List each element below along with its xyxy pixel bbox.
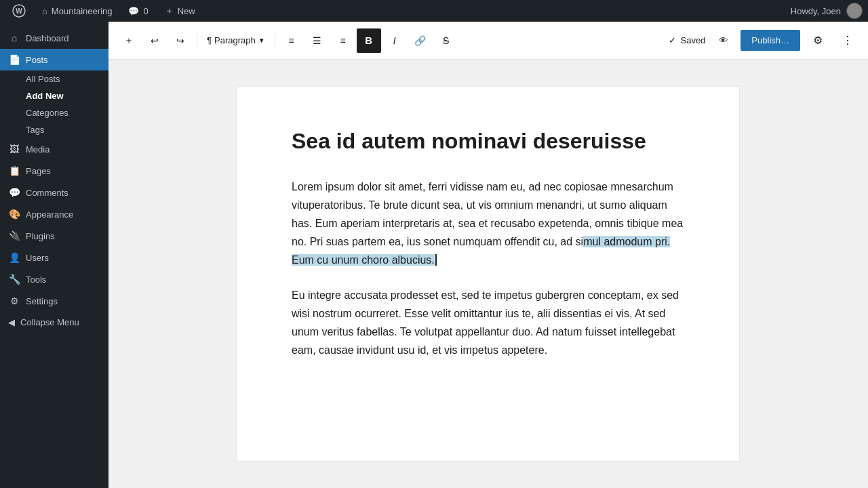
- sidebar-item-label: Pages: [26, 166, 51, 176]
- align-right-icon: ≡: [340, 35, 346, 46]
- settings-icon: ⚙: [8, 296, 20, 306]
- undo-icon: ↩: [151, 35, 159, 46]
- align-center-button[interactable]: ☰: [305, 28, 330, 53]
- highlighted-text: mul admodum pri. Eum cu unum choro albuc…: [292, 236, 670, 266]
- comments-icon: 💬: [8, 187, 20, 198]
- preview-button[interactable]: 👁: [711, 28, 735, 53]
- strikethrough-button[interactable]: S: [434, 28, 458, 53]
- editor-content-area[interactable]: Sea id autem nominavi deseruisse Lorem i…: [108, 60, 868, 488]
- new-content-button[interactable]: ＋ New: [158, 0, 202, 22]
- sidebar-item-label: Appearance: [26, 209, 73, 220]
- plus-icon: ＋: [124, 35, 134, 47]
- site-name-button[interactable]: ⌂ Mountaineering: [35, 0, 119, 22]
- sidebar-item-tools[interactable]: 🔧 Tools: [0, 268, 108, 290]
- post-paragraph-2[interactable]: Eu integre accusata prodesset est, sed t…: [292, 286, 685, 360]
- tools-icon: 🔧: [8, 274, 20, 285]
- comment-icon: 💬: [128, 6, 139, 16]
- collapse-label: Collapse Menu: [20, 317, 79, 327]
- editor-canvas[interactable]: Sea id autem nominavi deseruisse Lorem i…: [237, 87, 739, 461]
- sidebar-item-posts[interactable]: 📄 Posts: [0, 49, 108, 70]
- sidebar-subitem-categories[interactable]: Categories: [0, 104, 108, 121]
- sidebar-item-label: Users: [26, 253, 49, 263]
- redo-icon: ↪: [176, 35, 184, 46]
- more-options-button[interactable]: ⋮: [835, 28, 860, 53]
- align-left-button[interactable]: ≡: [279, 28, 304, 53]
- sidebar-subitem-add-new[interactable]: Add New: [0, 87, 108, 104]
- link-icon: 🔗: [414, 35, 426, 46]
- site-name: Mountaineering: [52, 6, 113, 16]
- admin-sidebar: ⌂ Dashboard 📄 Posts All Posts Add New Ca…: [0, 22, 108, 488]
- collapse-icon: ◀: [8, 317, 15, 327]
- post-paragraph-1[interactable]: Lorem ipsum dolor sit amet, ferri vidiss…: [292, 178, 685, 270]
- sidebar-item-label: Comments: [26, 188, 68, 198]
- settings-gear-icon: ⚙: [813, 34, 823, 47]
- sidebar-subitem-all-posts[interactable]: All Posts: [0, 70, 108, 87]
- undo-button[interactable]: ↩: [142, 28, 167, 53]
- plus-icon: ＋: [165, 5, 174, 17]
- paragraph-style-button[interactable]: ¶ Paragraph ▼: [201, 28, 271, 53]
- italic-icon: I: [393, 35, 396, 46]
- users-icon: 👤: [8, 252, 20, 263]
- toolbar-separator-2: [275, 33, 275, 49]
- sidebar-item-appearance[interactable]: 🎨 Appearance: [0, 203, 108, 225]
- sidebar-item-plugins[interactable]: 🔌 Plugins: [0, 225, 108, 247]
- wp-logo-button[interactable]: W: [5, 0, 33, 22]
- save-status: ✓ Saved: [669, 35, 705, 45]
- wp-logo-icon: W: [12, 4, 26, 18]
- avatar[interactable]: [846, 3, 863, 19]
- sidebar-item-label: Media: [26, 144, 50, 155]
- saved-label: Saved: [680, 35, 705, 45]
- dashboard-icon: ⌂: [8, 33, 20, 43]
- sidebar-item-label: Tools: [26, 274, 46, 285]
- cursor: [435, 254, 437, 266]
- align-left-icon: ≡: [289, 35, 294, 46]
- ellipsis-icon: ⋮: [842, 34, 853, 47]
- sidebar-item-pages[interactable]: 📋 Pages: [0, 160, 108, 182]
- svg-text:W: W: [16, 7, 22, 15]
- check-icon: ✓: [669, 35, 676, 45]
- publish-button[interactable]: Publish…: [741, 30, 800, 51]
- sidebar-item-media[interactable]: 🖼 Media: [0, 138, 108, 160]
- collapse-menu-button[interactable]: ◀ Collapse Menu: [0, 312, 108, 333]
- sidebar-item-users[interactable]: 👤 Users: [0, 247, 108, 268]
- admin-bar: W ⌂ Mountaineering 💬 0 ＋ New Howdy, Joen: [0, 0, 868, 22]
- redo-button[interactable]: ↪: [168, 28, 193, 53]
- paragraph-icon: ¶: [207, 35, 212, 45]
- link-button[interactable]: 🔗: [408, 28, 433, 53]
- document-settings-button[interactable]: ⚙: [806, 28, 830, 53]
- sidebar-item-comments[interactable]: 💬 Comments: [0, 182, 108, 203]
- align-center-icon: ☰: [313, 35, 321, 46]
- sidebar-item-dashboard[interactable]: ⌂ Dashboard: [0, 27, 108, 49]
- sidebar-item-label: Dashboard: [26, 33, 69, 43]
- eye-icon: 👁: [719, 35, 728, 45]
- chevron-down-icon: ▼: [258, 37, 265, 44]
- appearance-icon: 🎨: [8, 209, 20, 220]
- posts-icon: 📄: [8, 54, 20, 65]
- comments-count: 0: [143, 6, 148, 16]
- comments-button[interactable]: 💬 0: [121, 0, 155, 22]
- new-label: New: [178, 6, 195, 16]
- toolbar-separator-1: [197, 33, 197, 49]
- add-block-button[interactable]: ＋: [117, 28, 141, 53]
- plugins-icon: 🔌: [8, 230, 20, 241]
- align-right-button[interactable]: ≡: [331, 28, 355, 53]
- strikethrough-icon: S: [443, 35, 449, 46]
- sidebar-subitem-tags[interactable]: Tags: [0, 121, 108, 138]
- bold-icon: B: [365, 35, 372, 46]
- sidebar-item-label: Posts: [26, 55, 48, 65]
- media-icon: 🖼: [8, 144, 20, 155]
- user-greeting: Howdy, Joen: [791, 3, 863, 19]
- sidebar-item-label: Settings: [26, 296, 58, 306]
- italic-button[interactable]: I: [382, 28, 407, 53]
- sidebar-item-settings[interactable]: ⚙ Settings: [0, 290, 108, 312]
- bold-button[interactable]: B: [357, 28, 381, 53]
- post-title[interactable]: Sea id autem nominavi deseruisse: [292, 127, 685, 156]
- pages-icon: 📋: [8, 165, 20, 176]
- editor-toolbar: ＋ ↩ ↪ ¶ Paragraph ▼ ≡: [108, 22, 868, 60]
- sidebar-item-label: Plugins: [26, 231, 55, 241]
- paragraph-label: Paragraph: [214, 35, 256, 45]
